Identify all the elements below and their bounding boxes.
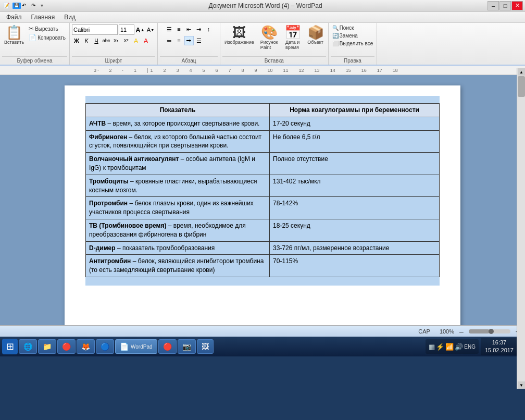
- indicator-cell-4: Протромбин – белок плазмы крови, один из…: [86, 197, 270, 219]
- menu-view[interactable]: Вид: [60, 13, 80, 22]
- align-center-button[interactable]: ≡: [174, 36, 184, 45]
- font-content: A▲ A▼ Ж К Ч abc X₂ X² A A: [72, 24, 155, 55]
- bullet-list-button[interactable]: ☰: [165, 24, 174, 34]
- scroll-down-button[interactable]: ▼: [518, 381, 525, 389]
- zoom-slider-thumb[interactable]: [489, 329, 494, 334]
- norm-cell-1: Не более 6,5 г/л: [270, 130, 440, 153]
- bold-button[interactable]: Ж: [72, 36, 81, 45]
- insert-image-label: Изображение: [224, 40, 254, 45]
- clipboard-label: Буфер обмена: [2, 56, 67, 64]
- system-tray: ▦ ⚡ 📶 🔊 ENG: [426, 339, 479, 354]
- insert-paint-button[interactable]: 🎨 РисунокPaint: [258, 24, 280, 51]
- table-row: D-димер – показатель тромбообразования 3…: [86, 241, 440, 255]
- tray-wifi-icon: 📶: [445, 343, 454, 351]
- line-spacing-button[interactable]: ↕: [204, 24, 214, 34]
- clock-date: 15.02.2017: [485, 347, 514, 354]
- paste-label: Вставить: [4, 40, 24, 45]
- insert-date-label: Дата ивремя: [285, 40, 299, 50]
- font-size-input[interactable]: [119, 24, 134, 35]
- taskbar-app-cam[interactable]: 📷: [178, 339, 196, 354]
- insert-image-button[interactable]: 🖼 Изображение: [222, 24, 256, 46]
- chrome-icon: 🔵: [101, 342, 109, 351]
- taskbar-app-img[interactable]: 🖼: [197, 339, 214, 354]
- insert-content: 🖼 Изображение 🎨 РисунокPaint 📅 Дата ивре…: [222, 24, 326, 55]
- replace-button[interactable]: 🔄 Замена: [331, 32, 359, 39]
- cut-button[interactable]: ✂ Вырезать: [27, 24, 67, 33]
- vertical-scrollbar[interactable]: ▲ ▼: [517, 68, 525, 389]
- underline-button[interactable]: Ч: [92, 36, 101, 45]
- para-content: ☰ ≡ ⇤ ⇥ ↕ ⬅ ≡ ⮕ ☰: [165, 24, 214, 55]
- edit-content: 🔍 Поиск 🔄 Замена ⬜ Выделить все: [331, 24, 375, 55]
- subscript-button[interactable]: X₂: [111, 36, 121, 45]
- norm-cell-7: 70-115%: [270, 255, 440, 277]
- clipboard-small-buttons: ✂ Вырезать 📄 Копировать: [27, 24, 67, 42]
- zoom-minus-button[interactable]: –: [458, 327, 465, 336]
- menu-file[interactable]: Файл: [2, 13, 26, 22]
- paste-button[interactable]: 📋 Вставить: [2, 24, 26, 46]
- table-row: Антитромбин – белок, являющийся ингибито…: [86, 255, 440, 277]
- circle1-icon: 🔴: [62, 342, 71, 351]
- decrease-indent-button[interactable]: ⇤: [184, 24, 194, 34]
- highlight-button[interactable]: A: [131, 36, 141, 45]
- numbered-list-button[interactable]: ≡: [174, 24, 184, 34]
- menu-home[interactable]: Главная: [27, 13, 59, 22]
- superscript-button[interactable]: X²: [121, 36, 131, 45]
- strikethrough-button[interactable]: abc: [102, 36, 111, 45]
- select-all-button[interactable]: ⬜ Выделить все: [331, 40, 375, 47]
- grow-font-button[interactable]: A▲: [135, 25, 145, 34]
- quick-redo-icon[interactable]: ↷: [31, 3, 40, 9]
- minimize-button[interactable]: –: [488, 1, 499, 10]
- start-button[interactable]: ⊞: [2, 339, 18, 354]
- align-right-button[interactable]: ⮕: [184, 36, 194, 45]
- tray-network-icon: ▦: [429, 343, 435, 351]
- quick-save-icon[interactable]: 💾: [12, 3, 21, 9]
- insert-paint-icon: 🎨: [261, 26, 278, 39]
- font-color-button[interactable]: A: [141, 36, 151, 45]
- shrink-font-button[interactable]: A▼: [146, 25, 155, 34]
- document-area[interactable]: Показатель Норма коагулограммы при берем…: [0, 75, 525, 325]
- zoom-percent: 100%: [440, 328, 454, 335]
- indicator-cell-0: АЧТВ – время, за которое происходит свер…: [86, 117, 270, 130]
- taskbar-app-red2[interactable]: 🔴: [158, 339, 177, 354]
- ribbon-font: A▲ A▼ Ж К Ч abc X₂ X² A A Шрифт: [70, 23, 158, 65]
- table-row: Протромбин – белок плазмы крови, один из…: [86, 197, 440, 219]
- taskbar-app-circle1[interactable]: 🔴: [57, 339, 76, 354]
- quick-undo-icon[interactable]: ↶: [22, 3, 30, 9]
- align-left-button[interactable]: ⬅: [165, 36, 174, 45]
- zoom-slider[interactable]: [469, 329, 510, 333]
- insert-object-button[interactable]: 📦 Объект: [305, 24, 326, 46]
- norm-cell-6: 33-726 пг/мл, размеренное возрастание: [270, 241, 440, 255]
- close-button[interactable]: ✕: [511, 1, 523, 10]
- table-row: АЧТВ – время, за которое происходит свер…: [86, 117, 440, 130]
- cam-icon: 📷: [182, 342, 191, 351]
- justify-button[interactable]: ☰: [194, 36, 204, 45]
- clock-time: 16:37: [485, 339, 514, 347]
- copy-button[interactable]: 📄 Копировать: [27, 33, 67, 42]
- taskbar-app-ie[interactable]: 🌐: [19, 339, 37, 354]
- paragraph-label: Абзац: [160, 56, 218, 64]
- insert-date-button[interactable]: 📅 Дата ивремя: [282, 24, 303, 51]
- norm-cell-5: 18-25 секунд: [270, 219, 440, 241]
- maximize-button[interactable]: □: [499, 1, 511, 10]
- scroll-thumb[interactable]: [518, 76, 525, 97]
- norm-cell-2: Полное отсутствие: [270, 153, 440, 175]
- red2-icon: 🔴: [163, 342, 172, 351]
- zoom-slider-fill: [469, 329, 490, 333]
- increase-indent-button[interactable]: ⇥: [194, 24, 204, 34]
- system-clock[interactable]: 16:37 15.02.2017: [481, 338, 518, 356]
- taskbar-app-explorer[interactable]: 📁: [38, 339, 56, 354]
- img-icon: 🖼: [202, 342, 209, 351]
- font-name-input[interactable]: [72, 24, 118, 35]
- search-icon: 🔍: [332, 25, 339, 31]
- wordpad-label: WordPad: [131, 344, 153, 350]
- taskbar-app-chrome[interactable]: 🔵: [96, 339, 114, 354]
- taskbar-app-wordpad[interactable]: 📄 WordPad: [115, 339, 157, 354]
- taskbar-right: ▦ ⚡ 📶 🔊 ENG 16:37 15.02.2017: [426, 338, 523, 356]
- table-bottom-highlight: [85, 282, 440, 286]
- search-button[interactable]: 🔍 Поиск: [331, 24, 356, 31]
- font-row1: A▲ A▼: [72, 24, 155, 35]
- italic-button[interactable]: К: [82, 36, 91, 45]
- taskbar-app-firefox[interactable]: 🦊: [77, 339, 95, 354]
- table-row: ТВ (Тромбиновое время) – время, необходи…: [86, 219, 440, 241]
- scroll-up-button[interactable]: ▲: [518, 68, 525, 76]
